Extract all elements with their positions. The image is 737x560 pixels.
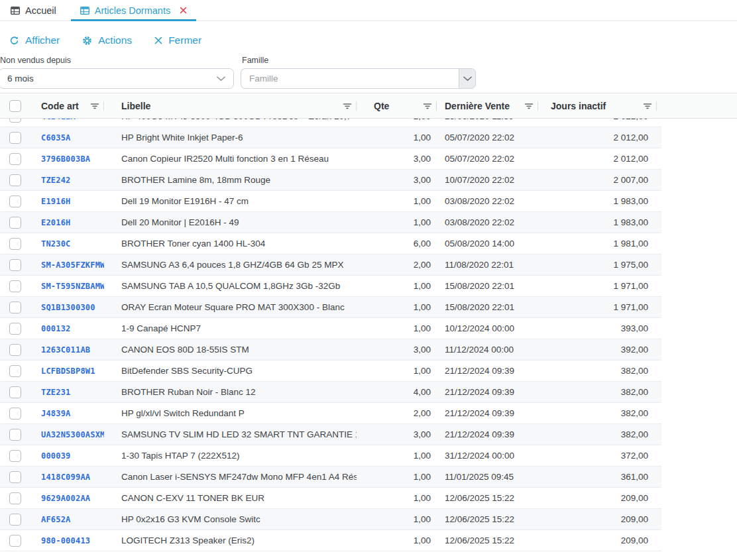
table-row[interactable]: SM-A305FZKFMWD SAMSUNG A3 6,4 pouces 1,8… [0,254,661,276]
table-row[interactable]: 000039 1-30 Tapis HTAP 7 (222X512) 1,00 … [0,445,661,467]
filter-icon[interactable] [524,101,534,111]
table-row[interactable]: UA32N5300ASXMV SAMSUNG TV SLIM HD LED 32… [0,424,661,445]
code-art-link[interactable]: TZE231 [41,388,71,397]
code-art-link[interactable]: E2016H [41,218,71,227]
code-art-link[interactable]: 4C241EA [41,119,76,121]
code-art-link[interactable]: C6035A [41,133,71,142]
filter-icon[interactable] [342,101,353,111]
refresh-icon [9,36,19,46]
code-art-link[interactable]: 9629A002AA [41,494,90,503]
code-art-link[interactable]: 000039 [41,451,71,461]
row-checkbox[interactable] [9,119,21,123]
code-art-link[interactable]: 1418C099AA [41,473,90,482]
row-checkbox[interactable] [9,514,21,526]
table-row[interactable]: 3796B003BA Canon Copieur IR2520 Multi fo… [0,148,661,170]
code-art-link[interactable]: 000132 [41,324,71,333]
qte-cell: 6,00 [357,233,436,254]
code-art-link[interactable]: TN230C [41,239,71,249]
code-art-link[interactable]: 980-000413 [41,536,90,545]
code-art-link[interactable]: SM-A305FZKFMWD [41,260,104,270]
code-art-link[interactable]: TZE242 [41,176,71,185]
table-row[interactable]: TN230C BROTHER Toner cyan 1400 HL-304 6,… [0,233,661,254]
column-header-code-art[interactable]: Code art [41,101,79,111]
table-row[interactable]: 000132 1-9 Canapé HCNP7 1,00 10/12/2024 … [0,318,661,339]
derniere-vente-cell: 12/06/2025 15:22 [436,530,538,551]
table-row[interactable]: AF652A HP 0x2x16 G3 KVM Console Switc 1,… [0,509,661,530]
table-row[interactable]: TZE242 BROTHER Lamine 8m, 18mm Rouge 3,0… [0,170,661,191]
tab-articles-dormants[interactable]: Articles Dormants [71,0,196,21]
table-row[interactable]: SM-T595NZBAMWD SAMSUNG TAB A 10,5 QUALCO… [0,276,661,297]
libelle-cell: BROTHER Toner cyan 1400 HL-304 [104,233,357,254]
table-row[interactable]: 1263C011AB CANON EOS 80D 18-55IS STM 3,0… [0,339,661,361]
libelle-cell: SAMSUNG TAB A 10,5 QUALCOM 1,8GHz 3Gb -3… [104,276,357,296]
table-row[interactable]: E2016H Dell 20 Monitor | E2016H - 49 1,0… [0,212,661,233]
row-checkbox[interactable] [9,492,21,504]
table-row[interactable]: 4C241EA HP 400G5 MT i5-8500 4GB 500GB Fr… [0,119,661,127]
table-row[interactable]: C6035A HP Bright White Inkjet Paper-6 1,… [0,127,661,148]
table-row[interactable]: TZE231 BROTHER Ruban Noir - Blanc 12 4,0… [0,382,661,403]
row-checkbox[interactable] [9,386,21,398]
code-art-link[interactable]: SM-T595NZBAMWD [41,282,104,291]
non-vendus-select[interactable]: 6 mois [0,68,234,89]
row-checkbox[interactable] [9,259,21,271]
table-icon [80,7,89,15]
actions-button[interactable]: Actions [82,34,132,46]
famille-dropdown-button[interactable] [459,68,476,89]
libelle-cell: SAMSUNG A3 6,4 pouces 1,8 GHZ/4GB 64 Gb … [104,254,357,275]
row-checkbox[interactable] [9,535,21,547]
filter-icon[interactable] [642,101,653,111]
close-icon[interactable] [180,7,187,14]
jours-inactif-cell: 1 971,00 [538,297,656,317]
table-row[interactable]: E1916H Dell 19 Monitor E1916H - 47 cm 1,… [0,191,661,212]
row-checkbox[interactable] [9,323,21,335]
code-art-link[interactable]: SQ1B1300300 [41,303,95,312]
row-checkbox[interactable] [9,302,21,313]
code-art-link[interactable]: 1263C011AB [41,345,90,355]
row-checkbox[interactable] [9,429,21,441]
column-header-qte[interactable]: Qte [374,101,389,111]
qte-cell: 1,00 [357,445,436,466]
famille-select[interactable]: Famille [241,68,459,89]
filter-icon[interactable] [422,101,433,111]
table-row[interactable]: 9629A002AA CANON C-EXV 11 TONER BK EUR 1… [0,488,661,509]
row-checkbox[interactable] [9,471,21,483]
table-row[interactable]: 1418C099AA Canon Laser i-SENSYS MF247dw … [0,467,661,488]
jours-inactif-cell: 1 981,00 [538,233,656,254]
row-checkbox[interactable] [9,217,21,229]
row-checkbox[interactable] [9,153,21,165]
chevron-down-icon [463,74,472,84]
afficher-button[interactable]: Afficher [9,34,60,46]
filter-icon[interactable] [89,101,100,111]
row-checkbox[interactable] [9,238,21,250]
code-art-link[interactable]: 3796B003BA [41,154,90,164]
column-header-derniere-vente[interactable]: Dernière Vente [445,101,510,111]
column-header-libelle[interactable]: Libelle [121,101,150,111]
code-art-link[interactable]: E1916H [41,197,71,206]
row-checkbox[interactable] [9,174,21,186]
row-checkbox[interactable] [9,280,21,292]
row-checkbox[interactable] [9,408,21,420]
table-row[interactable]: LCFBDSBP8W1 BitDefender SBS Security-CUP… [0,361,661,382]
row-checkbox[interactable] [9,450,21,462]
select-all-checkbox[interactable] [9,100,21,112]
qte-cell: 1,00 [357,276,436,296]
table-row[interactable]: 980-000413 LOGITECH Z313 Speaker (Eris2)… [0,530,661,551]
row-checkbox[interactable] [9,132,21,144]
code-art-link[interactable]: UA32N5300ASXMV [41,430,104,439]
code-art-link[interactable]: AF652A [41,515,71,524]
chevron-down-icon [217,76,225,82]
code-art-link[interactable]: LCFBDSBP8W1 [41,366,95,376]
row-checkbox[interactable] [9,196,21,207]
row-checkbox[interactable] [9,344,21,356]
tab-accueil[interactable]: Accueil [7,0,66,21]
qte-cell: 1,00 [357,297,436,317]
fermer-button[interactable]: Fermer [154,34,201,46]
column-header-jours-inactif[interactable]: Jours inactif [551,101,606,111]
code-art-link[interactable]: J4839A [41,409,71,418]
qte-cell: 1,00 [357,467,436,487]
derniere-vente-cell: 03/08/2020 22:02 [436,191,538,211]
table-row[interactable]: SQ1B1300300 ORAY Ecran Moteur Square PRO… [0,297,661,318]
row-checkbox[interactable] [9,365,21,377]
libelle-cell: HP 0x2x16 G3 KVM Console Switc [104,509,357,530]
table-row[interactable]: J4839A HP gl/xl/vl Switch Redundant P 2,… [0,403,661,424]
